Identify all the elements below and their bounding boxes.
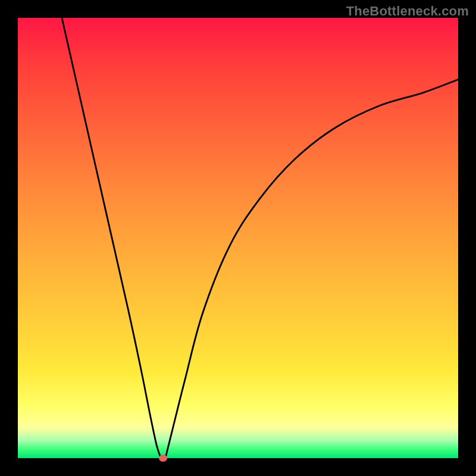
chart-frame: TheBottleneck.com [0, 0, 476, 476]
bottleneck-curve [62, 18, 458, 458]
watermark-label: TheBottleneck.com [346, 4, 469, 19]
optimal-marker [159, 455, 167, 462]
plot-area [18, 18, 458, 458]
curve-svg [18, 18, 458, 458]
